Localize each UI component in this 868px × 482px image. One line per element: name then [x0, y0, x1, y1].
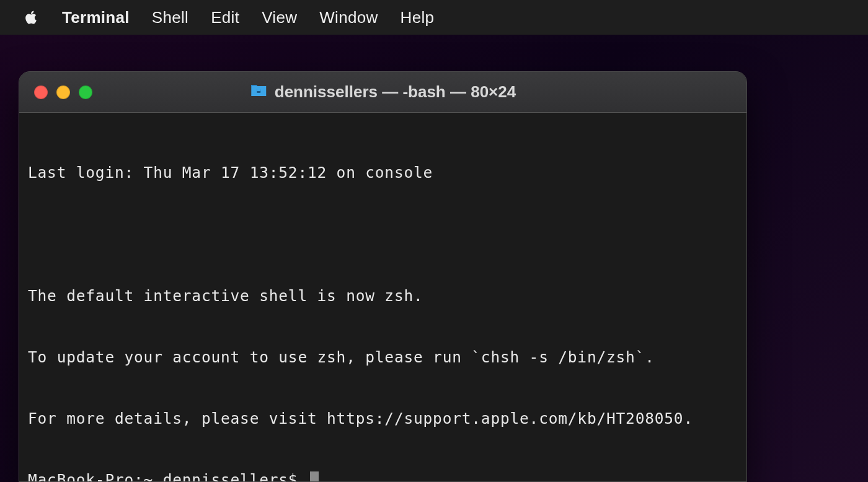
- window-title: dennissellers — -bash — 80×24: [250, 82, 516, 102]
- cursor-icon: [310, 471, 319, 482]
- menubar-app-name[interactable]: Terminal: [62, 8, 130, 27]
- maximize-button[interactable]: [79, 85, 92, 99]
- terminal-line: For more details, please visit https://s…: [28, 408, 738, 429]
- close-button[interactable]: [34, 85, 48, 99]
- menubar-item-view[interactable]: View: [262, 8, 297, 27]
- folder-icon: [250, 82, 267, 102]
- terminal-line: Last login: Thu Mar 17 13:52:12 on conso…: [28, 162, 738, 183]
- minimize-button[interactable]: [56, 85, 70, 99]
- terminal-window: dennissellers — -bash — 80×24 Last login…: [19, 71, 747, 482]
- window-title-text: dennissellers — -bash — 80×24: [275, 82, 516, 102]
- svg-rect-1: [257, 89, 260, 91]
- menubar-item-window[interactable]: Window: [319, 8, 378, 27]
- terminal-prompt: MacBook-Pro:~ dennissellers$: [28, 470, 308, 482]
- menubar: Terminal Shell Edit View Window Help: [0, 0, 868, 35]
- menubar-item-edit[interactable]: Edit: [211, 8, 239, 27]
- menubar-item-shell[interactable]: Shell: [152, 8, 188, 27]
- window-controls: [19, 85, 92, 99]
- terminal-line: To update your account to use zsh, pleas…: [28, 347, 738, 367]
- terminal-content[interactable]: Last login: Thu Mar 17 13:52:12 on conso…: [19, 113, 746, 482]
- terminal-line: The default interactive shell is now zsh…: [28, 286, 738, 306]
- apple-menu-icon[interactable]: [22, 9, 40, 26]
- window-titlebar[interactable]: dennissellers — -bash — 80×24: [19, 72, 746, 113]
- menubar-item-help[interactable]: Help: [401, 8, 435, 27]
- terminal-prompt-line: MacBook-Pro:~ dennissellers$: [28, 470, 738, 482]
- terminal-line: [28, 224, 738, 244]
